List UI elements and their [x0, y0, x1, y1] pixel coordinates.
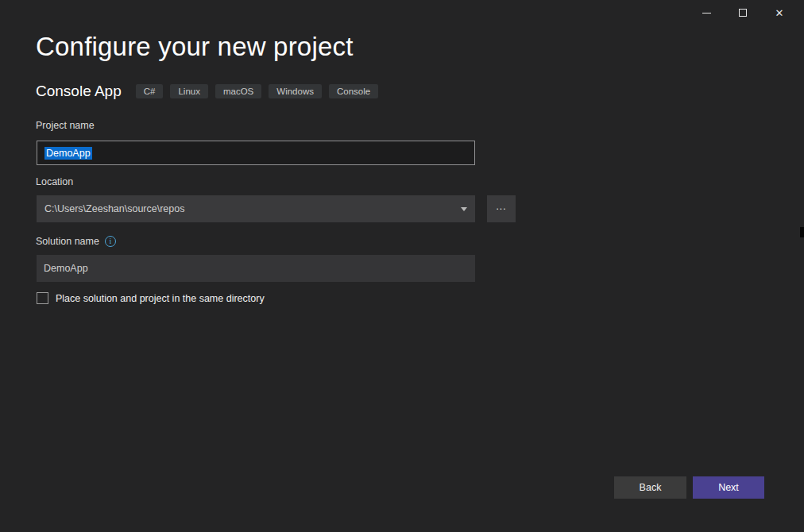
tag-console: Console [329, 84, 378, 98]
tag-linux: Linux [170, 84, 208, 98]
same-directory-checkbox-label: Place solution and project in the same d… [56, 293, 265, 304]
project-name-input[interactable]: DemoApp [37, 141, 475, 165]
page-title: Configure your new project [36, 32, 354, 62]
close-icon: ✕ [775, 8, 784, 18]
project-name-label: Project name [36, 120, 95, 131]
next-button[interactable]: Next [693, 476, 764, 499]
template-info-row: Console App C# Linux macOS Windows Conso… [36, 83, 385, 100]
window-edge-notch [800, 227, 804, 237]
solution-name-label-row: Solution name i [36, 236, 116, 247]
solution-name-input[interactable]: DemoApp [37, 255, 475, 282]
maximize-icon [739, 9, 747, 17]
location-label: Location [36, 176, 73, 187]
same-directory-checkbox[interactable] [37, 292, 48, 304]
solution-name-value: DemoApp [44, 263, 88, 274]
template-name: Console App [36, 83, 122, 100]
minimize-icon [702, 13, 711, 13]
solution-name-label: Solution name [36, 236, 99, 247]
minimize-button[interactable] [688, 0, 725, 25]
configure-project-dialog: ✕ Configure your new project Console App… [0, 0, 804, 532]
tag-windows: Windows [269, 84, 322, 98]
info-icon[interactable]: i [105, 236, 116, 247]
tag-csharp: C# [136, 84, 164, 98]
window-controls: ✕ [688, 0, 798, 25]
browse-button[interactable]: ... [487, 195, 516, 222]
location-value: C:\Users\Zeeshan\source\repos [44, 203, 184, 214]
tag-macos: macOS [215, 84, 261, 98]
location-combobox[interactable]: C:\Users\Zeeshan\source\repos [37, 195, 475, 222]
back-button[interactable]: Back [614, 476, 686, 499]
chevron-down-icon [461, 207, 467, 211]
close-button[interactable]: ✕ [761, 0, 798, 25]
project-name-value: DemoApp [44, 147, 92, 160]
same-directory-checkbox-row[interactable]: Place solution and project in the same d… [37, 292, 265, 304]
maximize-button[interactable] [725, 0, 761, 25]
